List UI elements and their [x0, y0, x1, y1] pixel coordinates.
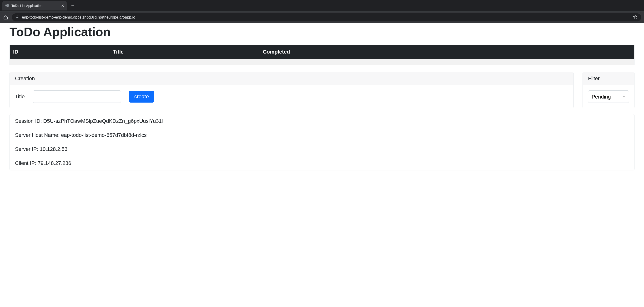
todo-table: ID Title Completed — [10, 45, 634, 65]
creation-card: Creation Title create — [10, 72, 574, 108]
col-completed: Completed — [260, 45, 634, 59]
title-input[interactable] — [33, 90, 121, 103]
filter-card: Filter Pending — [582, 72, 634, 108]
filter-select[interactable]: Pending — [588, 90, 629, 103]
create-button[interactable]: create — [129, 91, 154, 103]
info-server-host: Server Host Name: eap-todo-list-demo-657… — [10, 128, 634, 142]
title-label: Title — [15, 93, 25, 100]
info-client-ip: Client IP: 79.148.27.236 — [10, 156, 634, 170]
info-server-ip: Server IP: 10.128.2.53 — [10, 142, 634, 156]
home-icon[interactable] — [3, 14, 8, 20]
info-list: Session ID: D5U-szPhTOawMSlpZueQdKDzZn_g… — [10, 114, 634, 170]
info-session-id: Session ID: D5U-szPhTOawMSlpZueQdKDzZn_g… — [10, 114, 634, 128]
creation-card-header: Creation — [10, 72, 573, 85]
tab-title: ToDo List Application — [12, 4, 59, 7]
tab-strip: ToDo List Application — [0, 0, 644, 11]
address-bar[interactable]: eap-todo-list-demo-eap-demo.apps.zhbq0ji… — [12, 13, 641, 21]
globe-icon — [5, 3, 9, 8]
col-id: ID — [10, 45, 110, 59]
svg-marker-6 — [634, 15, 637, 18]
page-title: ToDo Application — [10, 25, 634, 39]
svg-rect-5 — [16, 17, 18, 18]
table-header-row: ID Title Completed — [10, 45, 634, 59]
table-row — [10, 59, 634, 65]
browser-chrome: ToDo List Application — [0, 0, 644, 23]
browser-tab[interactable]: ToDo List Application — [2, 1, 67, 10]
page-content: ToDo Application ID Title Completed Crea… — [0, 25, 644, 180]
new-tab-button[interactable] — [70, 2, 76, 9]
filter-card-header: Filter — [583, 72, 634, 85]
browser-toolbar: eap-todo-list-demo-eap-demo.apps.zhbq0ji… — [0, 11, 644, 23]
close-icon[interactable] — [62, 4, 64, 7]
url-text: eap-todo-list-demo-eap-demo.apps.zhbq0ji… — [22, 15, 135, 19]
col-title: Title — [110, 45, 260, 59]
lock-icon — [16, 15, 19, 19]
bookmark-star-icon[interactable] — [633, 15, 637, 20]
